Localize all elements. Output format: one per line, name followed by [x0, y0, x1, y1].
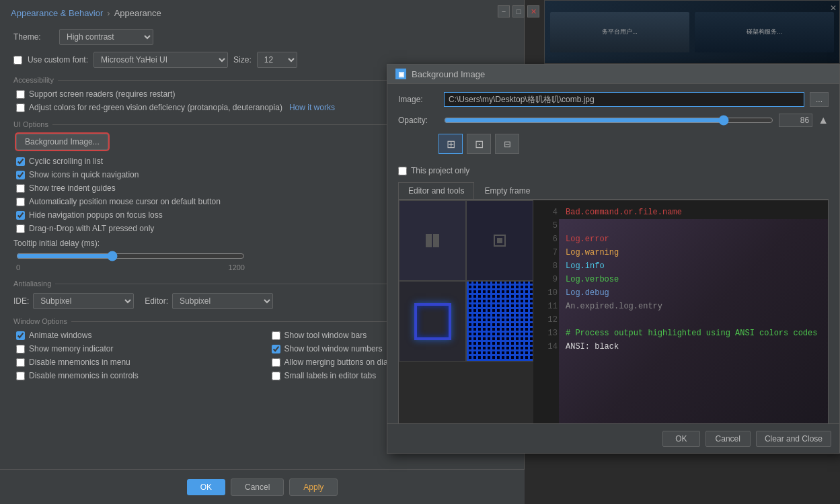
line-num-6: 6 [539, 233, 558, 245]
tooltip-min: 0 [16, 263, 20, 271]
size-label: Size: [233, 55, 252, 65]
thumb-item-3[interactable] [399, 281, 466, 362]
this-project-label: This project only [411, 166, 469, 175]
small-labels-label[interactable]: Small labels in editor tabs [284, 371, 377, 380]
cyclic-scrolling-label[interactable]: Cyclic scrolling in list [29, 157, 103, 166]
auto-position-label[interactable]: Automatically position mouse cursor on d… [29, 197, 221, 206]
animate-windows-checkbox[interactable] [16, 331, 25, 340]
placement-icons: ⊞ ⊡ ⊟ [438, 134, 519, 154]
svg-rect-0 [426, 234, 432, 247]
show-tool-bars-checkbox[interactable] [272, 331, 280, 340]
code-line-11: 11 An.expired.log.entry [533, 300, 828, 313]
code-text-9: Log.verbose [566, 274, 619, 286]
opacity-spinner-up[interactable]: ▲ [818, 114, 829, 126]
screen-reader-checkbox[interactable] [16, 90, 25, 99]
thumb-item-2[interactable] [466, 200, 533, 281]
color-blind-label[interactable]: Adjust colors for red-green vision defic… [29, 103, 282, 112]
hide-nav-label[interactable]: Hide navigation popups on focus loss [29, 210, 163, 220]
svg-rect-3 [497, 238, 502, 243]
drag-drop-label[interactable]: Drag-n-Drop with ALT pressed only [29, 224, 154, 233]
show-tool-bars-label[interactable]: Show tool window bars [284, 331, 367, 340]
how-it-works-link[interactable]: How it works [289, 103, 335, 112]
code-text-10: Log.debug [566, 287, 609, 299]
window-col1: Animate windows Show memory indicator Di… [13, 331, 256, 384]
theme-row: Theme: High contrast [13, 29, 510, 45]
line-num-10: 10 [539, 287, 558, 299]
font-select[interactable]: Microsoft YaHei UI [93, 52, 228, 68]
auto-position-checkbox[interactable] [16, 198, 25, 206]
code-line-9: 9 Log.verbose [533, 273, 828, 286]
show-tool-numbers-checkbox[interactable] [272, 345, 280, 353]
dialog-titlebar: ▣ Background Image [387, 65, 839, 84]
line-num-13: 13 [539, 327, 558, 339]
this-project-checkbox[interactable] [398, 167, 407, 175]
opacity-value-input[interactable] [779, 114, 812, 127]
thumb-item-4[interactable] [466, 281, 533, 362]
show-icons-label[interactable]: Show icons in quick navigation [29, 170, 139, 179]
disable-mnemonics-menu-label[interactable]: Disable mnemonics in menu [29, 358, 130, 367]
preview-area: 4 Bad.command.or.file.name 5 6 Log.error… [398, 200, 829, 435]
code-text-14: ANSI: black [566, 341, 619, 353]
show-tool-numbers-label[interactable]: Show tool window numbers [284, 344, 383, 353]
tree-indent-checkbox[interactable] [16, 184, 25, 193]
bg-win-close-icon[interactable]: ✕ [830, 3, 837, 13]
code-text-8: Log.info [566, 260, 605, 272]
theme-select[interactable]: High contrast [59, 29, 153, 45]
maximize-button[interactable]: □ [512, 5, 525, 17]
screen-reader-label[interactable]: Support screen readers (requires restart… [29, 89, 175, 99]
hide-nav-checkbox[interactable] [16, 211, 25, 220]
disable-mnemonics-menu-checkbox[interactable] [16, 358, 25, 367]
image-path-input[interactable] [444, 92, 804, 107]
editor-anti-select[interactable]: Subpixel [172, 293, 273, 309]
dialog-title-icon: ▣ [395, 69, 406, 79]
dialog-bottom-bar: OK Cancel Clear and Close [387, 423, 839, 453]
tree-indent-label[interactable]: Show tree indent guides [29, 183, 116, 193]
tab-editor-tools[interactable]: Editor and tools [398, 182, 474, 199]
tooltip-label: Tooltip initial delay (ms): [13, 239, 121, 248]
disable-mnemonics-controls-checkbox[interactable] [16, 372, 25, 380]
browse-button[interactable]: ... [810, 92, 829, 107]
code-line-4: 4 Bad.command.or.file.name [533, 206, 828, 219]
placement-stretch-icon[interactable]: ⊟ [495, 134, 519, 154]
allow-merging-checkbox[interactable] [272, 358, 280, 367]
code-line-10: 10 Log.debug [533, 286, 828, 300]
color-blind-checkbox[interactable] [16, 103, 25, 112]
tab-empty-frame[interactable]: Empty frame [474, 182, 540, 199]
disable-mnemonics-menu-row: Disable mnemonics in menu [13, 358, 256, 367]
cyclic-scrolling-checkbox[interactable] [16, 157, 25, 166]
small-labels-checkbox[interactable] [272, 372, 280, 380]
thumb-item-1[interactable] [399, 200, 466, 281]
disable-mnemonics-controls-label[interactable]: Disable mnemonics in controls [29, 371, 139, 380]
dialog-cancel-button[interactable]: Cancel [705, 431, 751, 447]
placement-col-btn[interactable]: ⊞ [438, 134, 463, 154]
ide-anti-field: IDE: Subpixel [13, 293, 134, 309]
ide-anti-select[interactable]: Subpixel [33, 293, 134, 309]
dialog-clear-button[interactable]: Clear and Close [756, 431, 831, 447]
background-image-button[interactable]: Background Image... [16, 134, 108, 150]
ide-anti-label: IDE: [13, 296, 29, 306]
memory-indicator-checkbox[interactable] [16, 345, 25, 353]
qr-pattern [467, 282, 533, 361]
use-custom-font-checkbox[interactable] [13, 56, 22, 65]
minimize-button[interactable]: − [498, 5, 510, 17]
drag-drop-checkbox[interactable] [16, 224, 25, 233]
this-project-row: This project only [398, 166, 829, 175]
show-icons-checkbox[interactable] [16, 171, 25, 179]
ok-button[interactable]: OK [187, 479, 225, 495]
animate-windows-label[interactable]: Animate windows [29, 331, 91, 340]
opacity-slider[interactable] [444, 115, 773, 126]
line-num-7: 7 [539, 247, 558, 259]
bg-win-thumbnail-1: 务平台用户... [550, 12, 689, 52]
breadcrumb-parent[interactable]: Appearance & Behavior [11, 8, 103, 18]
size-select[interactable]: 12 [257, 52, 297, 68]
close-button[interactable]: ✕ [527, 5, 539, 17]
line-num-11: 11 [539, 300, 558, 312]
cancel-button[interactable]: Cancel [231, 478, 284, 496]
memory-indicator-label[interactable]: Show memory indicator [29, 344, 113, 353]
tooltip-slider[interactable] [16, 251, 245, 261]
dialog-ok-button[interactable]: OK [662, 431, 699, 447]
placement-center-btn[interactable]: ⊡ [467, 134, 491, 154]
code-text-13: # Process output highlighted using ANSI … [566, 327, 817, 339]
apply-button[interactable]: Apply [289, 478, 338, 496]
allow-merging-label[interactable]: Allow merging buttons on dialogs [284, 358, 403, 367]
